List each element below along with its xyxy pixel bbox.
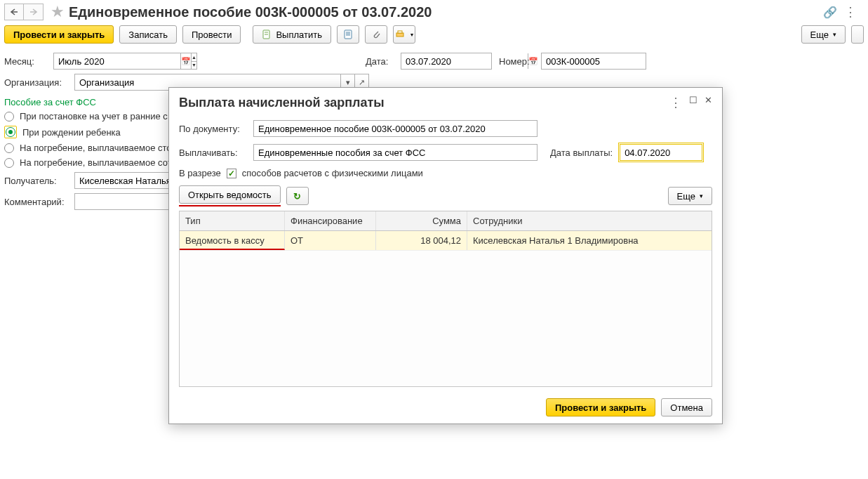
date-label: Дата: xyxy=(366,56,394,67)
document-button[interactable] xyxy=(337,25,359,44)
document-money-icon xyxy=(262,29,272,39)
caret-down-icon: ▾ xyxy=(700,192,703,199)
th-emp[interactable]: Сотрудники xyxy=(467,211,712,230)
nav-forward-button[interactable] xyxy=(24,4,44,20)
payments-table: Тип Финансирование Сумма Сотрудники Ведо… xyxy=(179,211,712,387)
dialog-footer: Провести и закрыть Отмена xyxy=(169,391,722,424)
dialog-header: Выплата начисленной зарплаты ⋮ ☐ ✕ xyxy=(169,88,722,113)
row-open-stmt: Открыть ведомость ↻ Еще ▾ xyxy=(179,181,712,211)
favorite-star-icon[interactable]: ★ xyxy=(51,3,65,21)
attach-button[interactable] xyxy=(365,25,387,44)
dialog-kebab-icon[interactable]: ⋮ xyxy=(669,95,682,110)
pay-button-label: Выплатить xyxy=(276,29,322,40)
link-icon[interactable]: 🔗 xyxy=(823,6,837,19)
caret-down-icon: ▾ xyxy=(833,31,836,38)
month-input[interactable] xyxy=(54,53,180,69)
radio-icon xyxy=(4,143,14,153)
write-button[interactable]: Записать xyxy=(119,25,177,44)
cell-fin: ОТ xyxy=(285,231,376,250)
spin-up-icon[interactable]: ▲ xyxy=(192,53,196,62)
month-field[interactable]: 📅 ▲▼ xyxy=(53,53,197,70)
cell-emp: Киселевская Наталья 1 Владимировна xyxy=(467,231,712,250)
nav-back-button[interactable] xyxy=(4,4,24,20)
dialog-more-button[interactable]: Еще ▾ xyxy=(668,187,712,205)
table-row[interactable]: Ведомость в кассу ОТ 18 004,12 Киселевск… xyxy=(180,231,712,251)
paytype-label: Выплачивать: xyxy=(179,147,248,158)
svg-rect-9 xyxy=(396,33,403,37)
svg-rect-5 xyxy=(345,30,352,39)
maximize-icon[interactable]: ☐ xyxy=(689,95,697,110)
paydate-input[interactable] xyxy=(620,145,722,160)
th-sum[interactable]: Сумма xyxy=(376,211,467,230)
paydate-field[interactable]: 📅 xyxy=(620,144,702,161)
doc-field[interactable] xyxy=(253,120,538,137)
checkbox-checked-icon[interactable]: ✓ xyxy=(227,169,236,178)
help-button[interactable] xyxy=(851,25,864,44)
close-icon[interactable]: ✕ xyxy=(705,95,712,110)
printer-icon xyxy=(395,29,405,39)
dialog-post-close-button[interactable]: Провести и закрыть xyxy=(546,398,655,416)
number-input[interactable] xyxy=(542,53,668,69)
row-slice: В разрезе ✓ способов расчетов с физическ… xyxy=(179,165,712,181)
doc-input[interactable] xyxy=(254,121,537,136)
spin-down-icon[interactable]: ▼ xyxy=(192,62,196,70)
arrow-right-icon xyxy=(29,8,38,15)
table-header: Тип Финансирование Сумма Сотрудники xyxy=(180,211,712,231)
form-row-month: Месяц: 📅 ▲▼ Дата: 📅 Номер: xyxy=(0,51,868,72)
radio-icon xyxy=(4,112,14,122)
dialog-cancel-button[interactable]: Отмена xyxy=(661,398,712,416)
paydate-highlight: 📅 xyxy=(618,143,704,162)
window-header: ★ Единовременное пособие 003К-000005 от … xyxy=(0,0,868,22)
paytype-field[interactable] xyxy=(253,144,538,161)
date-field[interactable]: 📅 xyxy=(401,53,492,70)
paperclip-icon xyxy=(371,29,381,39)
slice-label: В разрезе xyxy=(179,168,221,178)
paytype-input[interactable] xyxy=(254,145,537,160)
more-label: Еще xyxy=(810,29,829,40)
document-lines-icon xyxy=(343,29,353,39)
radio-icon xyxy=(4,158,14,168)
salary-payment-dialog: Выплата начисленной зарплаты ⋮ ☐ ✕ По до… xyxy=(168,87,723,424)
number-field[interactable] xyxy=(541,53,646,70)
pay-button[interactable]: Выплатить xyxy=(253,25,331,44)
doc-label: По документу: xyxy=(179,124,248,134)
recipient-label: Получатель: xyxy=(4,176,67,186)
org-label: Организация: xyxy=(4,77,67,88)
radio-label: При рождении ребенка xyxy=(22,127,121,138)
post-button[interactable]: Провести xyxy=(182,25,241,44)
dialog-title: Выплата начисленной зарплаты xyxy=(179,96,385,110)
svg-rect-10 xyxy=(398,31,402,33)
radio-checked-icon xyxy=(6,127,15,137)
radio-label: На погребение, выплачиваемое сот xyxy=(20,157,172,168)
th-fin[interactable]: Финансирование xyxy=(285,211,376,230)
paydate-label: Дата выплаты: xyxy=(550,147,613,158)
month-label: Месяц: xyxy=(4,56,46,67)
comment-label: Комментарий: xyxy=(4,197,67,207)
cell-sum: 18 004,12 xyxy=(376,231,467,250)
caret-down-icon: ▾ xyxy=(410,32,413,38)
month-spinner[interactable]: ▲▼ xyxy=(191,53,196,69)
more-button[interactable]: Еще ▾ xyxy=(801,25,846,44)
arrow-left-icon xyxy=(10,8,18,15)
radio-label: На погребение, выплачиваемое сто xyxy=(20,143,172,153)
number-label: Номер: xyxy=(499,56,534,67)
toolbar: Провести и закрыть Записать Провести Вып… xyxy=(0,22,868,51)
kebab-menu-icon[interactable]: ⋮ xyxy=(844,4,857,20)
page-title: Единовременное пособие 003К-000005 от 03… xyxy=(69,4,432,20)
calendar-icon[interactable]: 📅 xyxy=(180,53,191,69)
th-type[interactable]: Тип xyxy=(180,211,285,230)
print-dropdown-button[interactable]: ▾ xyxy=(393,25,415,44)
refresh-icon: ↻ xyxy=(293,191,301,202)
refresh-button[interactable]: ↻ xyxy=(286,187,309,205)
row-paytype: Выплачивать: Дата выплаты: 📅 xyxy=(179,140,712,165)
cell-type: Ведомость в кассу xyxy=(180,231,285,250)
more-label: Еще xyxy=(677,191,695,202)
slice-text: способов расчетов с физическими лицами xyxy=(242,168,423,178)
open-statement-button[interactable]: Открыть ведомость xyxy=(179,185,281,204)
post-and-close-button[interactable]: Провести и закрыть xyxy=(4,25,114,44)
row-document: По документу: xyxy=(179,117,712,140)
radio-label: При постановке на учет в ранние с xyxy=(20,111,168,122)
